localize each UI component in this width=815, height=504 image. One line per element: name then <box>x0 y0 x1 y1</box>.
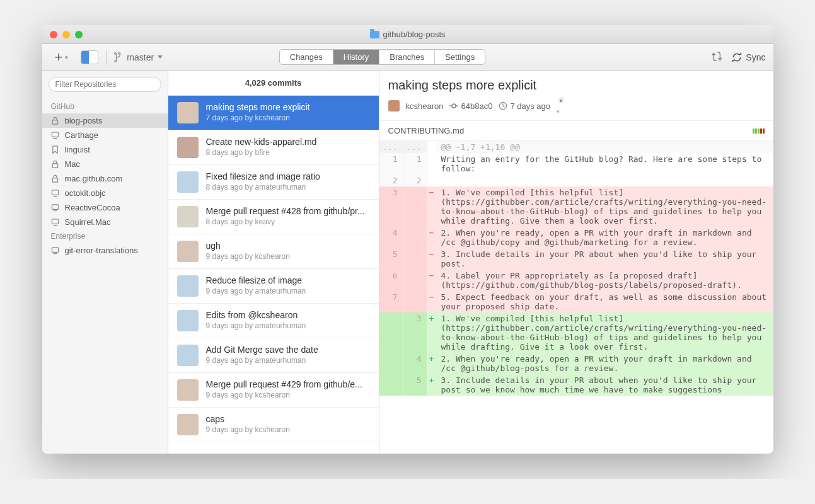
sidebar-group-header: GitHub <box>42 100 168 113</box>
device-icon <box>51 218 60 227</box>
diff-sign <box>427 153 436 175</box>
branch-selector[interactable]: master <box>114 52 163 63</box>
commit-row[interactable]: making steps more explicit7 days ago by … <box>168 96 379 130</box>
sync-button[interactable]: Sync <box>732 52 765 62</box>
diff-line: 7−5. Expect feedback on your draft, as w… <box>379 291 773 312</box>
diff-line: 3−1. We've compiled [this helpful list](… <box>379 186 773 227</box>
close-window-button[interactable] <box>50 31 57 38</box>
lock-icon <box>51 160 60 169</box>
lock-icon <box>51 175 60 183</box>
diff-sign: − <box>427 270 436 291</box>
tab-history[interactable]: History <box>333 50 379 64</box>
commit-row[interactable]: Reduce filesize of image9 days ago by am… <box>168 269 379 304</box>
diff-code: 5. Expect feedback on your draft, as wel… <box>436 291 773 312</box>
tab-branches[interactable]: Branches <box>379 50 435 64</box>
line-number-new: 3 <box>403 312 427 353</box>
sidebar-item-label: Squirrel.Mac <box>65 217 111 227</box>
sidebar-item-octokit-objc[interactable]: octokit.objc <box>42 186 168 200</box>
line-number-new: 4 <box>403 353 427 374</box>
commit-row[interactable]: ugh9 days ago by kcshearon <box>168 234 379 269</box>
gear-icon <box>557 96 565 105</box>
sync-label: Sync <box>746 52 765 62</box>
line-number-old: 6 <box>379 270 403 291</box>
tab-changes[interactable]: Changes <box>280 50 333 64</box>
svg-rect-0 <box>52 120 57 125</box>
bookmark-icon <box>51 146 60 154</box>
sidebar-item-ReactiveCocoa[interactable]: ReactiveCocoa <box>42 200 168 215</box>
commit-row[interactable]: Create new-kids-apparel.md8 days ago by … <box>168 130 379 165</box>
branch-name: master <box>127 52 154 62</box>
device-icon <box>51 203 60 212</box>
line-number-old: 5 <box>379 248 403 270</box>
sidebar-item-Mac[interactable]: Mac <box>42 157 168 171</box>
sidebar-item-label: octokit.objc <box>65 188 106 198</box>
line-number-new: 2 <box>403 175 427 186</box>
diff-line: 4+2. When you're ready, open a PR with y… <box>379 353 773 374</box>
diff-code: 1. We've compiled [this helpful list](ht… <box>436 312 773 353</box>
line-number-new <box>403 270 427 291</box>
sidebar-item-label: mac.github.com <box>65 174 123 183</box>
commit-row-meta: 8 days ago by amateurhuman <box>206 183 370 192</box>
commit-row[interactable]: caps9 days ago by kcshearon <box>168 408 379 442</box>
compare-icon[interactable] <box>710 52 722 63</box>
commit-row[interactable]: Add Git Merge save the date9 days ago by… <box>168 338 379 373</box>
diff-view[interactable]: ......@@ -1,7 +1,10 @@11Writing an entry… <box>379 141 773 454</box>
avatar <box>177 379 199 401</box>
avatar <box>177 171 199 193</box>
hunk-header: @@ -1,7 +1,10 @@ <box>436 141 773 153</box>
commit-row-title: ugh <box>206 241 370 251</box>
line-number-old <box>379 312 403 353</box>
line-number-old: 3 <box>379 186 403 227</box>
line-number-old <box>379 353 403 374</box>
diff-sign: − <box>427 186 436 227</box>
sidebar-item-linguist[interactable]: linguist <box>42 142 168 157</box>
line-number-old: 1 <box>379 153 403 175</box>
tab-settings[interactable]: Settings <box>435 50 485 64</box>
commit-row-meta: 9 days ago by amateurhuman <box>206 321 370 330</box>
avatar <box>177 345 199 366</box>
titlebar: github/blog-posts <box>42 25 773 44</box>
avatar <box>177 241 199 262</box>
sidebar-item-mac-github-com[interactable]: mac.github.com <box>42 171 168 186</box>
sidebar-item-label: blog-posts <box>65 116 103 125</box>
commit-options-button[interactable]: ▾ <box>557 96 565 115</box>
commit-row-title: Reduce filesize of image <box>206 275 370 285</box>
filter-repositories-input[interactable] <box>49 77 161 92</box>
sidebar-item-git-error-translations[interactable]: git-error-translations <box>42 243 168 258</box>
chevron-down-icon: ▾ <box>557 108 560 115</box>
sidebar-item-label: Mac <box>65 159 81 169</box>
commit-row[interactable]: Edits from @kcshearon9 days ago by amate… <box>168 304 379 338</box>
zoom-window-button[interactable] <box>75 31 83 38</box>
diff-code: 1. We've compiled [this helpful list](ht… <box>436 186 773 227</box>
line-number-new <box>403 227 427 248</box>
commits-list[interactable]: making steps more explicit7 days ago by … <box>168 96 379 454</box>
chevron-down-icon <box>158 55 163 59</box>
line-number-new: 5 <box>403 374 427 396</box>
svg-rect-9 <box>52 219 58 224</box>
diff-line: 4−2. When you're ready, open a PR with y… <box>379 227 773 248</box>
svg-rect-4 <box>52 178 57 183</box>
line-number-old <box>379 374 403 396</box>
add-button[interactable]: + ▾ <box>50 48 74 67</box>
sidebar-item-blog-posts[interactable]: blog-posts <box>42 113 168 128</box>
sidebar-item-label: linguist <box>65 145 90 154</box>
svg-rect-1 <box>52 132 58 137</box>
diff-sign: − <box>427 291 436 312</box>
plus-icon: + <box>55 50 63 64</box>
avatar <box>177 102 199 123</box>
sidebar-toggle-button[interactable] <box>81 50 98 64</box>
sidebar-item-Carthage[interactable]: Carthage <box>42 128 168 142</box>
diff-code: 2. When you're ready, open a PR with you… <box>436 353 773 374</box>
author-avatar <box>388 100 400 112</box>
commit-row-title: Create new-kids-apparel.md <box>206 137 370 147</box>
sidebar-item-label: Carthage <box>65 130 98 140</box>
commit-sha: 64b8ac0 <box>461 101 492 111</box>
sidebar-item-Squirrel-Mac[interactable]: Squirrel.Mac <box>42 215 168 229</box>
file-name[interactable]: CONTRIBUTING.md <box>388 126 465 135</box>
commit-row[interactable]: Fixed filesize and image ratio8 days ago… <box>168 165 379 200</box>
commit-row[interactable]: Merge pull request #429 from github/e...… <box>168 373 379 408</box>
svg-rect-7 <box>52 205 58 209</box>
commit-row[interactable]: Merge pull request #428 from github/pr..… <box>168 200 379 234</box>
diff-line: 6−4. Label your PR appropriately as [a p… <box>379 270 773 291</box>
minimize-window-button[interactable] <box>62 31 70 38</box>
